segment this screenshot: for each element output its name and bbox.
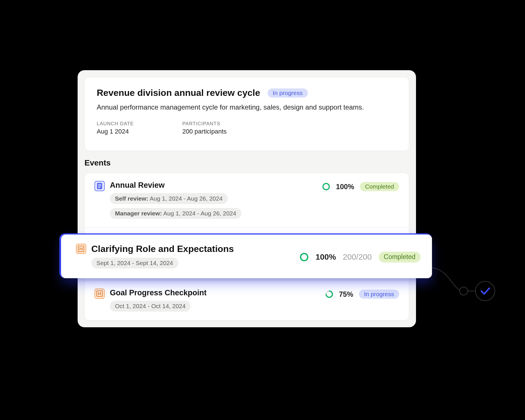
progress-ring-icon — [322, 183, 330, 191]
event-status-badge: Completed — [379, 252, 421, 262]
svg-point-8 — [99, 293, 100, 294]
svg-rect-6 — [98, 292, 99, 295]
connector-graphic — [429, 265, 515, 311]
event-status-badge: Completed — [360, 182, 399, 191]
event-title: Goal Progress Checkpoint — [110, 288, 325, 297]
document-icon — [94, 181, 105, 191]
events-section-title: Events — [84, 158, 409, 167]
cycle-title: Revenue division annual review cycle — [97, 88, 260, 98]
one-on-one-icon — [76, 244, 86, 254]
participants-value: 200 participants — [182, 128, 227, 135]
event-status-badge: In progress — [359, 290, 399, 299]
event-title: Clarifying Role and Expectations — [91, 244, 300, 254]
event-percent: 100% — [336, 183, 354, 191]
event-dates-chip: Oct 1, 2024 - Oct 14, 2024 — [110, 301, 191, 312]
event-row-clarifying-role-highlight[interactable]: Clarifying Role and Expectations Sept 1,… — [59, 233, 432, 278]
participants-label: PARTICIPANTS — [182, 121, 227, 127]
review-cycle-panel: Revenue division annual review cycle In … — [78, 70, 416, 327]
svg-point-15 — [300, 253, 308, 261]
svg-rect-13 — [82, 247, 83, 250]
svg-rect-1 — [98, 184, 101, 185]
event-title: Annual Review — [110, 181, 322, 190]
svg-rect-7 — [100, 292, 101, 295]
svg-point-18 — [475, 281, 495, 301]
one-on-one-icon — [94, 288, 105, 299]
status-badge: In progress — [268, 88, 308, 98]
cycle-description: Annual performance management cycle for … — [97, 103, 397, 111]
launch-date-label: LAUNCH DATE — [97, 121, 134, 127]
svg-point-14 — [81, 249, 82, 249]
svg-rect-12 — [80, 247, 80, 250]
svg-point-4 — [323, 183, 329, 190]
event-percent: 100% — [316, 253, 336, 262]
launch-date-value: Aug 1 2024 — [97, 128, 134, 135]
svg-rect-3 — [98, 187, 100, 188]
manager-review-chip: Manager review: Aug 1, 2024 - Aug 26, 20… — [110, 208, 241, 219]
event-row-goal-progress[interactable]: Goal Progress Checkpoint Oct 1, 2024 - O… — [85, 280, 409, 320]
checkmark-icon — [481, 288, 489, 294]
progress-ring-icon — [300, 253, 309, 262]
launch-date-block: LAUNCH DATE Aug 1 2024 — [97, 121, 134, 135]
event-percent: 75% — [339, 290, 353, 298]
event-row-annual-review[interactable]: Annual Review Self review: Aug 1, 2024 -… — [85, 173, 409, 227]
event-fraction: 200/200 — [343, 253, 372, 262]
self-review-chip: Self review: Aug 1, 2024 - Aug 26, 2024 — [110, 193, 228, 204]
svg-rect-2 — [98, 186, 101, 186]
event-dates-chip: Sept 1, 2024 - Sept 14, 2024 — [91, 258, 178, 268]
progress-ring-icon — [325, 290, 333, 298]
header-card: Revenue division annual review cycle In … — [84, 77, 409, 151]
svg-point-16 — [460, 287, 468, 295]
participants-block: PARTICIPANTS 200 participants — [182, 121, 227, 135]
